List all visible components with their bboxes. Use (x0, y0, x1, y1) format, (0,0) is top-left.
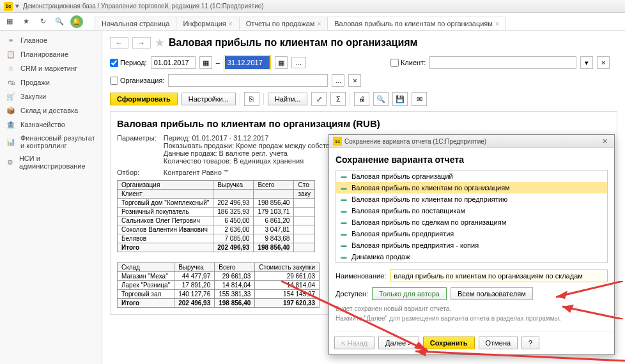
sidebar-item[interactable]: ⚙НСИ и администрирование (0, 152, 102, 172)
variants-list[interactable]: ▬Валовая прибыль организаций▬Валовая при… (336, 170, 608, 263)
client-input[interactable] (429, 56, 576, 69)
tab[interactable]: Отчеты по продажам× (239, 17, 328, 30)
report-icon: ▬ (340, 195, 348, 203)
report-icon: ▬ (340, 207, 348, 215)
sidebar-item[interactable]: ☆CRM и маркетинг (0, 61, 102, 75)
sum-icon[interactable]: Σ (330, 92, 346, 106)
cancel-button[interactable]: Отмена (479, 337, 518, 349)
report-icon: ▬ (340, 184, 348, 192)
list-item[interactable]: ▬Валовая прибыль предприятия (336, 228, 607, 239)
org-input[interactable] (168, 74, 328, 87)
variants-icon[interactable]: ⎘ (244, 92, 259, 106)
app-title: Демонстрационная база / Управление торго… (23, 3, 264, 10)
toolbar: ▦ ★ ↻ 🔍 🔔 Начальная страницаИнформация×О… (0, 13, 625, 31)
app-logo-icon: 1c (4, 2, 13, 11)
tab-bar: Начальная страницаИнформация×Отчеты по п… (95, 13, 505, 30)
all-users-button[interactable]: Всем пользователям (451, 287, 533, 300)
calendar-icon[interactable]: ▦ (275, 56, 288, 69)
close-icon[interactable]: × (495, 20, 499, 27)
mail-icon[interactable]: ✉ (412, 92, 427, 106)
filter-label: Отбор: (117, 169, 162, 176)
next-button[interactable]: Далее > (378, 337, 419, 349)
sidebar-item[interactable]: 📦Склад и доставка (0, 103, 102, 118)
help-button[interactable]: ? (521, 337, 539, 349)
list-item[interactable]: ▬Валовая прибыль организаций (336, 171, 607, 182)
page-title: Валовая прибыль по клиентам по организац… (169, 37, 417, 49)
author-only-button[interactable]: Только для автора (372, 287, 447, 300)
find-button[interactable]: Найти... (268, 93, 308, 105)
sidebar: ≡Главное📋Планирование☆CRM и маркетинг🛍Пр… (0, 31, 102, 364)
sidebar-icon: 🏦 (6, 120, 15, 129)
sidebar-icon: 🛒 (6, 92, 15, 101)
report-table-2: СкладВыручкаВсегоСтоимость закупкиМагази… (117, 262, 320, 308)
hint-2: Нажмите "Далее" для размещения варианта … (336, 315, 608, 322)
save-icon[interactable]: 💾 (392, 92, 408, 106)
client-clear-icon[interactable]: ▾ (580, 56, 593, 69)
sidebar-item[interactable]: 🛍Продажи (0, 75, 102, 89)
tab[interactable]: Начальная страница (95, 17, 176, 30)
dropdown-icon[interactable]: ▾ (15, 2, 19, 10)
back-button[interactable]: ← (110, 37, 128, 49)
settings-button[interactable]: Настройки... (181, 93, 236, 105)
sidebar-icon: 📊 (6, 137, 15, 146)
variant-name-input[interactable] (390, 269, 608, 282)
sidebar-icon: 🛍 (6, 78, 15, 87)
list-item[interactable]: ▬Валовая прибыль по клиентам по предприя… (336, 193, 607, 205)
history-icon[interactable]: ↻ (37, 16, 49, 27)
client-checkbox[interactable]: Клиент: (390, 59, 426, 67)
client-x-icon[interactable]: × (597, 56, 610, 69)
sidebar-item[interactable]: 📊Финансовый результат и контроллинг (0, 132, 102, 152)
org-checkbox[interactable]: Организация: (110, 77, 164, 85)
list-item[interactable]: ▬Валовая прибыль по поставщикам (336, 205, 607, 216)
save-variant-dialog: 1c Сохранение варианта отчета (1С:Предпр… (328, 134, 615, 355)
close-icon[interactable]: ✕ (599, 137, 610, 146)
form-button[interactable]: Сформировать (110, 93, 178, 105)
sidebar-item[interactable]: 🛒Закупки (0, 89, 102, 103)
report-title: Валовая прибыль по клиентам по организац… (117, 118, 610, 129)
sidebar-icon: ⚙ (6, 158, 14, 167)
list-item[interactable]: ▬Динамика продаж (336, 251, 607, 262)
report-icon: ▬ (340, 253, 348, 261)
apps-icon[interactable]: ▦ (4, 16, 15, 27)
print-icon[interactable]: 🖨 (354, 92, 369, 106)
back-button[interactable]: < Назад (334, 337, 374, 349)
filter-value: Контрагент Равно "" (164, 169, 229, 176)
report-icon: ▬ (340, 241, 348, 249)
titlebar: 1c ▾ Демонстрационная база / Управление … (0, 0, 625, 13)
org-x-icon[interactable]: × (348, 74, 361, 87)
sidebar-item[interactable]: 📋Планирование (0, 47, 102, 61)
preview-icon[interactable]: 🔍 (373, 92, 389, 106)
period-checkbox[interactable]: Период: (110, 59, 147, 67)
period-more-button[interactable]: ... (291, 57, 306, 68)
favorite-icon[interactable]: ★ (155, 36, 165, 50)
sidebar-icon: 📦 (6, 106, 15, 115)
expand-icon[interactable]: ⤢ (311, 92, 327, 106)
close-icon[interactable]: × (317, 20, 321, 27)
date-from-input[interactable] (151, 56, 196, 69)
dialog-header: Сохранение варианта отчета (336, 155, 608, 165)
date-to-input[interactable] (225, 56, 270, 69)
sidebar-item[interactable]: 🏦Казначейство (0, 118, 102, 132)
report-table-1: ОрганизацияВыручкаВсегоСтоКлиентзакуТорг… (117, 180, 315, 252)
tab[interactable]: Валовая прибыль по клиентам по организац… (327, 17, 506, 30)
search-icon[interactable]: 🔍 (54, 16, 65, 27)
org-dots-icon[interactable]: ... (332, 74, 344, 87)
calendar-icon[interactable]: ▦ (199, 56, 212, 69)
list-item[interactable]: ▬Валовая прибыль по клиентам по организа… (336, 182, 607, 193)
save-button[interactable]: Сохранить (423, 337, 475, 349)
report-icon: ▬ (340, 230, 348, 238)
forward-button[interactable]: → (132, 37, 151, 49)
list-item[interactable]: ▬Валовая прибыль по сделкам по организац… (336, 216, 607, 228)
sidebar-item[interactable]: ≡Главное (0, 33, 102, 47)
close-icon[interactable]: × (229, 20, 233, 27)
report-icon: ▬ (340, 218, 348, 226)
sidebar-icon: 📋 (6, 50, 15, 59)
dialog-window-title: Сохранение варианта отчета (1С:Предприят… (344, 138, 599, 145)
tab[interactable]: Информация× (176, 17, 239, 30)
star-icon[interactable]: ★ (20, 16, 32, 27)
report-icon: ▬ (340, 172, 348, 180)
bell-icon[interactable]: 🔔 (70, 15, 83, 28)
sidebar-icon: ☆ (6, 64, 15, 73)
list-item[interactable]: ▬Валовая прибыль предприятия - копия (336, 239, 607, 251)
app-logo-icon: 1c (333, 137, 342, 146)
